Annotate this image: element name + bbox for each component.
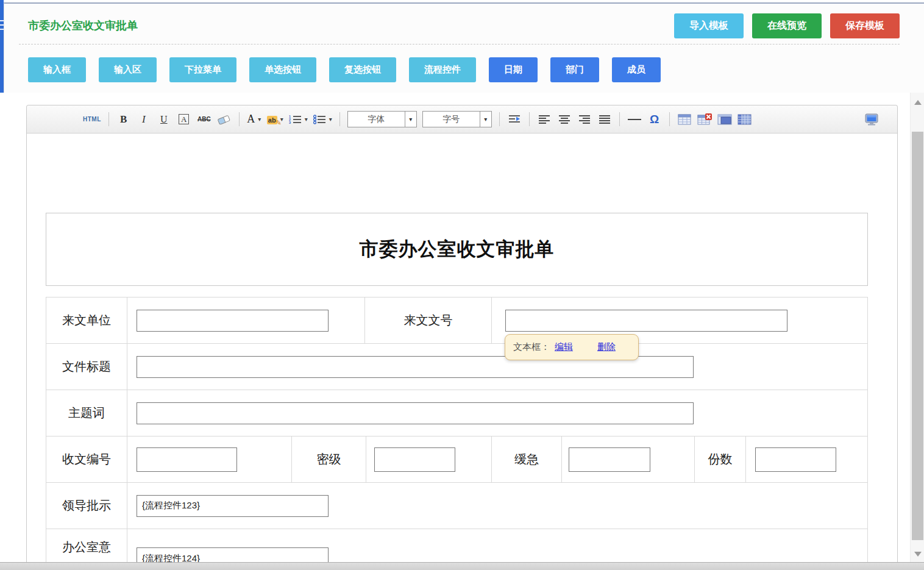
cell-properties-icon [717, 114, 732, 125]
chevron-down-icon [480, 112, 491, 127]
secret-level-input[interactable] [374, 447, 455, 472]
scroll-up-arrow-icon[interactable] [914, 100, 922, 105]
align-center-icon [558, 115, 570, 124]
cell-properties-button[interactable] [717, 111, 732, 128]
add-radio-button[interactable]: 单选按钮 [249, 57, 316, 82]
template-actions: 导入模板 在线预览 保存模板 [674, 13, 900, 38]
import-template-button[interactable]: 导入模板 [674, 13, 744, 38]
form-table: 来文单位 来文文号 文件标题 主题词 [46, 297, 868, 570]
special-char-button[interactable]: Ω [647, 111, 662, 128]
form-title-box: 市委办公室收文审批单 [46, 213, 868, 286]
font-size-select[interactable]: 字号 [422, 111, 492, 127]
cell-incoming-unit [127, 297, 364, 343]
table-row: 主题词 [46, 390, 867, 436]
align-justify-icon [599, 115, 611, 124]
add-date-button[interactable]: 日期 [489, 57, 538, 82]
tooltip-label: 文本框： [513, 341, 550, 353]
subject-words-input[interactable] [137, 402, 694, 424]
online-preview-button[interactable]: 在线预览 [752, 13, 822, 38]
table-properties-button[interactable] [737, 111, 752, 128]
unordered-list-icon [313, 115, 326, 124]
editor-canvas[interactable]: 市委办公室收文审批单 来文单位 来文文号 文件标题 [27, 134, 897, 570]
add-input-box-button[interactable]: 输入框 [28, 57, 86, 82]
editor-toolbar: HTML B I U A ABC A ab✎ 1 2 3 [27, 105, 897, 134]
scrollbar-thumb[interactable] [912, 132, 923, 540]
cell-secret-level [366, 436, 491, 482]
toolbar-separator [339, 112, 340, 126]
label-leader-remarks: 领导批示 [46, 483, 127, 529]
add-member-button[interactable]: 成员 [612, 57, 661, 82]
pencil-icon: ✎ [275, 119, 281, 127]
font-family-select[interactable]: 字体 [347, 111, 417, 127]
toolbar-separator [499, 112, 500, 126]
align-right-button[interactable] [577, 111, 592, 128]
remove-format-button[interactable] [217, 111, 232, 128]
scroll-down-arrow-icon[interactable] [914, 552, 922, 557]
copies-input[interactable] [755, 447, 836, 472]
save-template-button[interactable]: 保存模板 [830, 13, 900, 38]
toolbar-separator [239, 112, 240, 126]
align-right-icon [578, 115, 591, 124]
strikethrough-button[interactable]: ABC [197, 111, 211, 128]
align-left-button[interactable] [537, 111, 552, 128]
label-urgency: 缓急 [491, 436, 561, 482]
table-row: 文件标题 [46, 344, 867, 390]
highlight-color-button[interactable]: ab✎ [267, 111, 283, 128]
receipt-number-input[interactable] [137, 447, 237, 472]
add-department-button[interactable]: 部门 [550, 57, 599, 82]
vertical-scrollbar[interactable] [910, 93, 924, 570]
align-left-icon [538, 115, 550, 124]
control-tooltip: 文本框： 编辑 删除 [505, 334, 639, 360]
delete-control-link[interactable]: 删除 [597, 341, 616, 353]
add-textarea-button[interactable]: 输入区 [99, 57, 157, 82]
bold-button[interactable]: B [116, 111, 131, 128]
align-center-button[interactable] [557, 111, 572, 128]
indent-icon [508, 115, 521, 124]
insert-table-button[interactable] [677, 111, 692, 128]
fullscreen-button[interactable] [864, 111, 879, 128]
horizontal-rule-button[interactable] [627, 111, 642, 128]
label-copies: 份数 [694, 436, 745, 482]
underline-button[interactable]: U [157, 111, 171, 128]
cell-copies [745, 436, 867, 482]
leader-remarks-input[interactable] [137, 495, 329, 517]
table-properties-icon [737, 114, 752, 125]
header-panel: 市委办公室收文审批单 导入模板 在线预览 保存模板 输入框 输入区 下拉菜单 单… [4, 2, 924, 93]
text-style-button[interactable]: A [179, 114, 189, 124]
delete-table-icon [697, 113, 712, 125]
indent-button[interactable] [507, 111, 522, 128]
add-checkbox-button[interactable]: 复选按钮 [329, 57, 396, 82]
unordered-list-button[interactable] [313, 111, 332, 128]
cell-urgency [561, 436, 694, 482]
align-justify-button[interactable] [597, 111, 612, 128]
italic-button[interactable]: I [137, 111, 151, 128]
chevron-down-icon [405, 112, 416, 127]
incoming-unit-input[interactable] [137, 310, 329, 332]
monitor-icon [864, 113, 879, 126]
form-title: 市委办公室收文审批单 [360, 237, 555, 262]
html-source-button[interactable]: HTML [83, 111, 101, 128]
edit-control-link[interactable]: 编辑 [555, 341, 573, 353]
label-subject-words: 主题词 [46, 390, 127, 436]
cell-file-title [127, 344, 867, 390]
cell-receipt-number [127, 436, 291, 482]
urgency-input[interactable] [569, 447, 650, 472]
add-flow-control-button[interactable]: 流程控件 [409, 57, 476, 82]
table-row: 领导批示 [46, 483, 867, 529]
ordered-list-icon: 1 2 3 [289, 115, 302, 124]
delete-table-button[interactable] [697, 111, 712, 128]
table-icon [678, 114, 691, 125]
rich-text-editor: HTML B I U A ABC A ab✎ 1 2 3 [26, 105, 898, 570]
bottom-scroll-strip[interactable] [0, 562, 924, 570]
page-title: 市委办公室收文审批单 [28, 18, 138, 33]
toolbar-separator [529, 112, 530, 126]
eraser-icon [217, 114, 232, 125]
font-color-button[interactable]: A [247, 111, 261, 128]
label-file-title: 文件标题 [46, 344, 127, 390]
ordered-list-button[interactable]: 1 2 3 [289, 111, 308, 128]
label-secret-level: 密级 [291, 436, 366, 482]
form-control-buttons: 输入框 输入区 下拉菜单 单选按钮 复选按钮 流程控件 日期 部门 成员 [28, 57, 661, 82]
document-number-input[interactable] [505, 310, 787, 332]
add-dropdown-button[interactable]: 下拉菜单 [169, 57, 236, 82]
horizontal-rule-icon [628, 119, 641, 120]
